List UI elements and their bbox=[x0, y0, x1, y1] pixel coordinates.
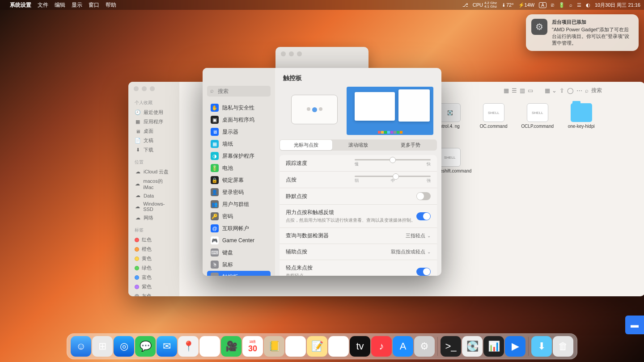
view-list[interactable]: ☰ bbox=[512, 87, 517, 94]
dock-reminders[interactable]: ☰ bbox=[285, 336, 306, 357]
tracking-speed-slider[interactable]: 慢快 bbox=[355, 159, 431, 167]
sidebar-item[interactable]: ⬇下载 bbox=[132, 145, 176, 155]
finder-traffic-lights[interactable] bbox=[134, 86, 155, 91]
dock-terminal[interactable]: >_ bbox=[441, 336, 461, 357]
lookup-dropdown[interactable]: 三指轻点 bbox=[406, 232, 431, 239]
tab-scroll[interactable]: 滚动缩放 bbox=[332, 140, 385, 150]
dock-messages[interactable]: 💬 bbox=[135, 336, 156, 357]
settings-sidebar-item[interactable]: ▭触控板 bbox=[207, 271, 271, 276]
app-name[interactable]: 系统设置 bbox=[10, 1, 31, 9]
display-menu[interactable]: ⎚ bbox=[551, 2, 554, 8]
tab-gestures[interactable]: 更多手势 bbox=[384, 140, 436, 150]
dock-appstore[interactable]: A bbox=[393, 336, 413, 357]
sidebar-item[interactable]: 🕘最近使用 bbox=[132, 108, 176, 117]
dock-app-blue[interactable]: ▶ bbox=[505, 336, 525, 357]
settings-sidebar-item[interactable]: ▦墙纸 bbox=[207, 138, 271, 150]
power-status[interactable]: ⚡14W bbox=[518, 2, 535, 8]
sidebar-tag[interactable]: 蓝色 bbox=[132, 273, 176, 282]
share-button[interactable]: ⇪ bbox=[559, 87, 564, 94]
settings-search[interactable] bbox=[207, 86, 271, 97]
dock-maps[interactable]: 📍 bbox=[178, 336, 199, 357]
dock-mail[interactable]: ✉ bbox=[157, 336, 177, 357]
silent-click-switch[interactable] bbox=[416, 192, 431, 200]
dock-contacts[interactable]: 📒 bbox=[264, 336, 284, 357]
settings-sidebar-item[interactable]: 👤登录密码 bbox=[207, 186, 271, 198]
sidebar-item[interactable]: ☁Data bbox=[132, 191, 176, 200]
dock-music[interactable]: ♪ bbox=[371, 336, 392, 357]
view-columns[interactable]: ▥ bbox=[520, 87, 525, 94]
sidebar-item[interactable]: ▦应用程序 bbox=[132, 117, 176, 126]
action-menu[interactable]: ⋯ bbox=[576, 87, 582, 94]
dock-photos[interactable]: ✿ bbox=[199, 336, 220, 357]
settings-sidebar-item[interactable]: ▣桌面与程序坞 bbox=[207, 114, 271, 126]
control-center-icon[interactable]: ☰ bbox=[577, 2, 581, 8]
sidebar-tag[interactable]: 黄色 bbox=[132, 254, 176, 263]
sidebar-item[interactable]: 🖥桌面 bbox=[132, 126, 176, 136]
tab-cursor[interactable]: 光标与点按 bbox=[280, 140, 332, 150]
dock-trash[interactable]: 🗑 bbox=[553, 336, 573, 357]
dock-safari[interactable]: ◎ bbox=[114, 336, 134, 357]
settings-sidebar-item[interactable]: 🔑密码 bbox=[207, 210, 271, 222]
amd-icon[interactable]: ⎇ bbox=[462, 2, 468, 8]
sidebar-tag[interactable]: 绿色 bbox=[132, 263, 176, 273]
dock-finder[interactable]: ☺ bbox=[71, 336, 91, 357]
file-item[interactable]: one-key-hidpi bbox=[566, 103, 597, 134]
datetime[interactable]: 10月30日 周三 21:16 bbox=[595, 2, 640, 8]
view-icons[interactable]: ▦ bbox=[504, 87, 509, 94]
menu-edit[interactable]: 编辑 bbox=[55, 1, 65, 9]
sidebar-tag[interactable]: 橙色 bbox=[132, 244, 176, 254]
menu-view[interactable]: 显示 bbox=[72, 1, 82, 9]
settings-sidebar-item[interactable]: 🔒锁定屏幕 bbox=[207, 174, 271, 186]
settings-sidebar-item[interactable]: 🖥显示器 bbox=[207, 126, 271, 138]
dock-downloads[interactable]: ⬇ bbox=[531, 336, 552, 357]
group-menu[interactable]: ▦ ⌄ bbox=[545, 87, 557, 94]
settings-sidebar-item[interactable]: 🖱鼠标 bbox=[207, 259, 271, 270]
file-item[interactable]: SHELLOCLP.command bbox=[522, 103, 553, 134]
menu-window[interactable]: 窗口 bbox=[89, 1, 99, 9]
settings-sidebar-item[interactable]: ◑屏幕保护程序 bbox=[207, 150, 271, 162]
tap-click-switch[interactable] bbox=[416, 268, 431, 276]
sidebar-item[interactable]: ☁iCloud 云盘 bbox=[132, 167, 176, 177]
menu-help[interactable]: 帮助 bbox=[106, 1, 116, 9]
notification[interactable]: ⚙ 后台项目已添加 "AMD Power Gadget"添加了可在后台运行的项目… bbox=[526, 14, 639, 51]
dock-notes[interactable]: 📝 bbox=[307, 336, 327, 357]
dock-tv[interactable]: tv bbox=[350, 336, 370, 357]
dock-calendar[interactable]: 10月30 bbox=[242, 336, 263, 357]
temp-status[interactable]: 🌡72° bbox=[501, 2, 514, 8]
sidebar-tag[interactable]: 红色 bbox=[132, 235, 176, 244]
settings-sidebar-item[interactable]: 🎮Game Center bbox=[207, 235, 271, 246]
spotlight-icon[interactable]: ⌕ bbox=[569, 2, 572, 8]
dock-disk-utility[interactable]: 💽 bbox=[462, 336, 483, 357]
side-widget[interactable]: ▬ bbox=[625, 316, 644, 334]
file-item[interactable]: SHELLOC.command bbox=[478, 103, 509, 134]
tracking-speed-row: 跟踪速度 慢快 bbox=[280, 155, 437, 172]
settings-sidebar-item[interactable]: ✋隐私与安全性 bbox=[207, 102, 271, 114]
view-gallery[interactable]: ▭ bbox=[528, 87, 533, 94]
dock-launchpad[interactable]: ⊞ bbox=[92, 336, 113, 357]
sidebar-item[interactable]: ☁macos的 iMac bbox=[132, 177, 176, 191]
dock-freeform[interactable]: 〰 bbox=[328, 336, 349, 357]
menu-file[interactable]: 文件 bbox=[38, 1, 48, 9]
settings-sidebar-item[interactable]: @互联网帐户 bbox=[207, 223, 271, 234]
siri-icon[interactable]: ◐ bbox=[586, 2, 590, 8]
click-slider[interactable]: 弱中强 bbox=[355, 176, 431, 184]
dock-amd-gadget[interactable]: 📊 bbox=[483, 336, 504, 357]
cpu-status[interactable]: CPU 4.2 Ghz4.1 Ghz bbox=[473, 1, 497, 8]
sidebar-item[interactable]: ☁网络 bbox=[132, 213, 176, 223]
force-click-switch[interactable] bbox=[416, 212, 431, 220]
settings-sidebar-item[interactable]: 👥用户与群组 bbox=[207, 198, 271, 210]
sidebar-tag[interactable]: 紫色 bbox=[132, 282, 176, 291]
dock-settings[interactable]: ⚙ bbox=[414, 336, 435, 357]
input-source[interactable]: A bbox=[539, 2, 547, 8]
sidebar-item[interactable]: 📄文稿 bbox=[132, 136, 176, 145]
settings-sidebar-item[interactable]: 🔋电池 bbox=[207, 162, 271, 174]
dock-separator bbox=[437, 337, 438, 356]
sidebar-tag[interactable]: 灰色 bbox=[132, 291, 176, 296]
dock-facetime[interactable]: 🎥 bbox=[221, 336, 242, 357]
settings-sidebar-item[interactable]: ⌨键盘 bbox=[207, 247, 271, 258]
sidebar-item[interactable]: ☁Windows-SSD bbox=[132, 200, 176, 213]
finder-search-input[interactable] bbox=[591, 87, 640, 93]
tag-button[interactable]: ◯ bbox=[567, 87, 574, 94]
battery-icon[interactable]: 🔋 bbox=[559, 2, 565, 8]
secondary-click-dropdown[interactable]: 双指点按或轻点 bbox=[391, 248, 431, 255]
